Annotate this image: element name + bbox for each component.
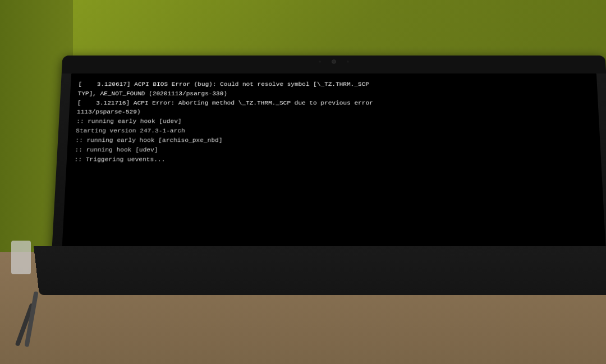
terminal-line-7: :: running hook [udev] <box>75 145 593 155</box>
laptop-base <box>34 246 606 295</box>
terminal-line-1: TYP], AE_NOT_FOUND (20201113/psargs-330) <box>77 89 590 99</box>
webcam <box>332 59 336 63</box>
webcam-dot-right <box>347 61 349 63</box>
camera-area <box>313 59 356 63</box>
scene: [ 3.120617] ACPI BIOS Error (bug): Could… <box>0 0 606 364</box>
terminal-line-3: 1113/psparse-529) <box>77 108 591 117</box>
desk-object <box>11 241 31 274</box>
laptop-screen: [ 3.120617] ACPI BIOS Error (bug): Could… <box>61 73 606 260</box>
laptop: [ 3.120617] ACPI BIOS Error (bug): Could… <box>34 45 606 330</box>
cable-area <box>17 280 62 347</box>
terminal-line-5: Starting version 247.3-1-arch <box>76 126 592 136</box>
terminal-display: [ 3.120617] ACPI BIOS Error (bug): Could… <box>61 73 606 260</box>
terminal-line-6: :: running early hook [archiso_pxe_nbd] <box>75 136 593 145</box>
laptop-lid: [ 3.120617] ACPI BIOS Error (bug): Could… <box>50 56 606 274</box>
top-bezel <box>62 56 606 73</box>
terminal-line-2: [ 3.121716] ACPI Error: Aborting method … <box>77 98 590 108</box>
terminal-line-0: [ 3.120617] ACPI BIOS Error (bug): Could… <box>78 80 590 89</box>
webcam-indicator <box>319 61 321 63</box>
terminal-line-4: :: running early hook [udev] <box>76 117 592 126</box>
terminal-line-8: :: Triggering uevents... <box>74 154 594 164</box>
